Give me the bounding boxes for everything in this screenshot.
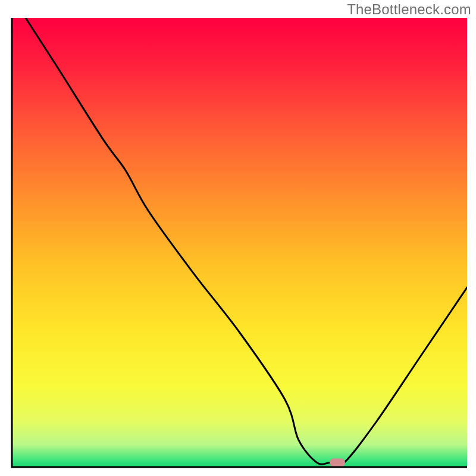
bottleneck-chart: TheBottleneck.com [0, 0, 476, 476]
chart-canvas [0, 0, 476, 476]
gradient-background [12, 18, 467, 467]
optimal-marker [330, 458, 345, 466]
watermark-text: TheBottleneck.com [347, 1, 471, 18]
